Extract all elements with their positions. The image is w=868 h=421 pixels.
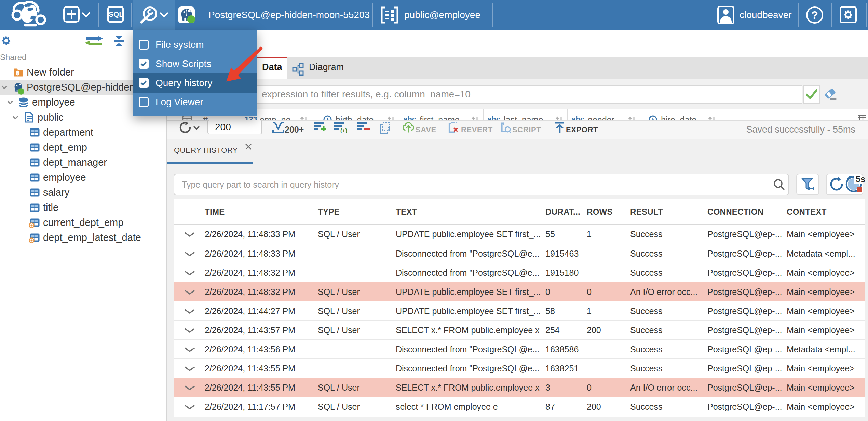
svg-text:(+): (+) <box>340 128 347 133</box>
